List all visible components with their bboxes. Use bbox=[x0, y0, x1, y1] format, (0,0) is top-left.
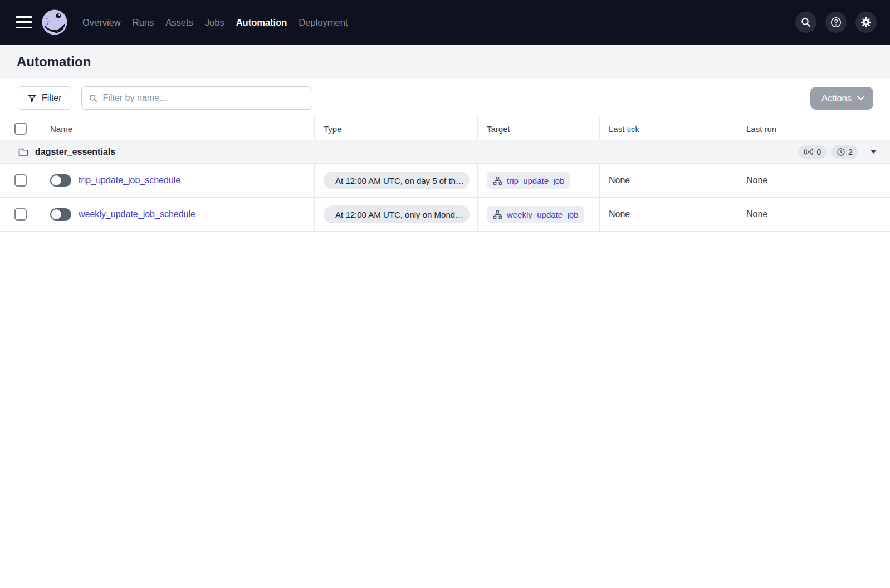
search-button[interactable] bbox=[795, 12, 816, 33]
folder-icon bbox=[18, 146, 29, 158]
sensor-count: 0 bbox=[816, 148, 821, 156]
row-checkbox[interactable] bbox=[14, 208, 27, 220]
target-job-link[interactable]: weekly_update_job bbox=[507, 210, 578, 219]
nav-item-runs[interactable]: Runs bbox=[133, 17, 154, 28]
target-chip: weekly_update_job bbox=[487, 206, 584, 223]
filter-button-label: Filter bbox=[42, 93, 62, 103]
column-header-name: Name bbox=[41, 117, 315, 140]
nav-item-jobs[interactable]: Jobs bbox=[205, 17, 224, 28]
last-tick-value: None bbox=[609, 209, 630, 219]
select-all-checkbox[interactable] bbox=[14, 122, 27, 135]
page-title: Automation bbox=[17, 54, 91, 70]
schedule-type-pill: At 12:00 AM UTC, on day 5 of th… bbox=[324, 171, 470, 189]
row-checkbox[interactable] bbox=[14, 174, 27, 187]
schedule-toggle[interactable] bbox=[50, 174, 71, 187]
search-icon bbox=[89, 94, 98, 103]
search-icon bbox=[800, 17, 811, 28]
actions-button[interactable]: Actions bbox=[810, 87, 873, 110]
group-collapse-caret[interactable] bbox=[871, 150, 877, 154]
sensor-count-badge: 0 bbox=[798, 145, 827, 159]
schedule-toggle[interactable] bbox=[50, 208, 71, 220]
nav-item-assets[interactable]: Assets bbox=[165, 17, 193, 28]
table-row: trip_update_job_schedule At 12:00 AM UTC… bbox=[0, 164, 890, 198]
search-field-wrap bbox=[81, 86, 312, 110]
top-navigation: Overview Runs Assets Jobs Automation Dep… bbox=[0, 0, 890, 45]
sensor-signal-icon bbox=[804, 148, 814, 155]
group-name: dagster_essentials bbox=[35, 147, 115, 157]
toolbar: Filter Actions bbox=[0, 79, 890, 117]
group-row-dagster-essentials: dagster_essentials 0 2 bbox=[0, 140, 890, 164]
actions-button-label: Actions bbox=[821, 93, 852, 104]
nav-item-overview[interactable]: Overview bbox=[82, 17, 121, 28]
column-header-last-run: Last run bbox=[737, 117, 890, 140]
nav-item-automation[interactable]: Automation bbox=[236, 17, 287, 28]
settings-button[interactable] bbox=[855, 12, 877, 33]
dagster-logo-icon bbox=[41, 9, 68, 36]
schedule-type-text: At 12:00 AM UTC, on day 5 of th… bbox=[335, 176, 464, 185]
funnel-icon bbox=[27, 94, 37, 103]
filter-button[interactable]: Filter bbox=[17, 86, 72, 110]
help-icon bbox=[830, 16, 842, 28]
automation-table: Name Type Target Last tick Last run dags… bbox=[0, 117, 890, 232]
gear-icon bbox=[860, 16, 872, 28]
column-header-type: Type bbox=[315, 117, 478, 140]
schedule-name-link[interactable]: trip_update_job_schedule bbox=[79, 175, 180, 185]
last-run-value: None bbox=[746, 175, 767, 185]
schedule-type-pill: At 12:00 AM UTC, only on Mond… bbox=[324, 205, 470, 223]
table-header-row: Name Type Target Last tick Last run bbox=[0, 117, 890, 140]
chevron-down-icon bbox=[857, 96, 864, 101]
schedule-count: 2 bbox=[848, 148, 853, 156]
last-tick-value: None bbox=[609, 175, 630, 185]
page-header: Automation bbox=[0, 45, 890, 79]
primary-nav: Overview Runs Assets Jobs Automation Dep… bbox=[82, 17, 348, 28]
schedule-count-badge: 2 bbox=[831, 145, 858, 159]
schedule-name-link[interactable]: weekly_update_job_schedule bbox=[79, 209, 195, 219]
help-button[interactable] bbox=[825, 12, 847, 33]
hamburger-icon[interactable] bbox=[16, 16, 32, 28]
caret-down-icon bbox=[871, 150, 877, 154]
column-header-last-tick: Last tick bbox=[600, 117, 737, 140]
nav-item-deployment[interactable]: Deployment bbox=[299, 17, 348, 28]
job-graph-icon bbox=[493, 210, 502, 219]
last-run-value: None bbox=[746, 209, 767, 219]
job-graph-icon bbox=[493, 176, 502, 185]
search-input[interactable] bbox=[81, 86, 312, 110]
target-job-link[interactable]: trip_update_job bbox=[507, 176, 564, 185]
column-header-target: Target bbox=[478, 117, 600, 140]
schedule-type-text: At 12:00 AM UTC, only on Mond… bbox=[335, 210, 463, 219]
clock-icon bbox=[837, 148, 845, 156]
target-chip: trip_update_job bbox=[487, 172, 570, 189]
table-row: weekly_update_job_schedule At 12:00 AM U… bbox=[0, 198, 890, 232]
